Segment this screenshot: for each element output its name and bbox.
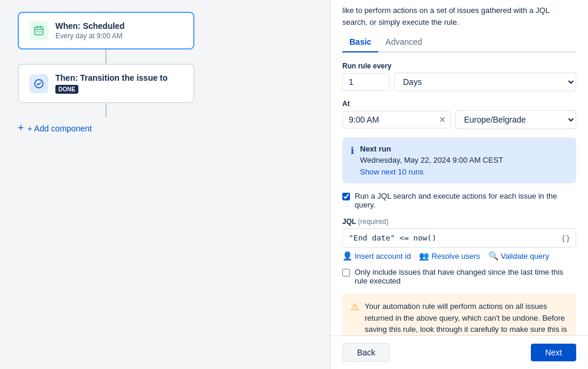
node1-subtitle: Every day at 9:00 AM xyxy=(55,32,124,40)
insert-account-id-link[interactable]: 👤 Insert account id xyxy=(342,251,411,261)
warning-text: Your automation rule will perform action… xyxy=(365,301,568,335)
run-rule-every-row: Run rule every Days Hours Minutes xyxy=(342,62,576,91)
next-run-date: Wednesday, May 22, 2024 9:00 AM CEST xyxy=(360,156,503,164)
validate-query-link[interactable]: 🔍 Validate query xyxy=(488,251,549,261)
jql-required-text: (required) xyxy=(358,218,388,226)
only-changed-label: Only include issues that have changed si… xyxy=(355,268,576,285)
footer: Back Next xyxy=(331,335,588,369)
svg-point-2 xyxy=(38,31,39,32)
next-run-box: ℹ Next run Wednesday, May 22, 2024 9:00 … xyxy=(342,137,576,183)
time-input[interactable] xyxy=(342,111,451,129)
top-description: like to perform actions on a set of issu… xyxy=(331,0,588,28)
svg-point-1 xyxy=(37,31,38,32)
insert-account-id-label: Insert account id xyxy=(355,252,411,261)
svg-point-3 xyxy=(40,31,41,32)
persons-icon: 👥 xyxy=(419,251,429,261)
node2-text: Then: Transition the issue to DONE xyxy=(55,73,168,94)
tab-basic[interactable]: Basic xyxy=(342,32,378,52)
right-panel: like to perform actions on a set of issu… xyxy=(330,0,588,369)
add-component-label: + Add component xyxy=(28,124,92,133)
info-icon: ℹ xyxy=(351,145,354,176)
run-rule-every-label: Run rule every xyxy=(342,62,576,70)
scheduled-node[interactable]: When: Scheduled Every day at 9:00 AM xyxy=(18,12,194,50)
left-panel: When: Scheduled Every day at 9:00 AM The… xyxy=(0,0,330,369)
next-run-content: Next run Wednesday, May 22, 2024 9:00 AM… xyxy=(360,144,503,176)
warning-box: ⚠ Your automation rule will perform acti… xyxy=(342,294,576,335)
form-area: Run rule every Days Hours Minutes At ✕ E… xyxy=(331,52,588,335)
validate-query-label: Validate query xyxy=(501,252,549,261)
jql-input[interactable] xyxy=(342,228,576,248)
run-jql-checkbox[interactable] xyxy=(342,193,350,200)
transition-icon xyxy=(29,74,48,93)
only-changed-row: Only include issues that have changed si… xyxy=(342,268,576,285)
run-rule-every-inputs: Days Hours Minutes xyxy=(342,73,576,91)
person-icon: 👤 xyxy=(342,251,352,261)
timezone-select[interactable]: Europe/Belgrade UTC America/New_York xyxy=(455,110,577,129)
at-inputs: ✕ Europe/Belgrade UTC America/New_York xyxy=(342,110,576,129)
run-jql-row: Run a JQL search and execute actions for… xyxy=(342,192,576,209)
back-button[interactable]: Back xyxy=(342,343,390,362)
jql-input-wrap: {} xyxy=(342,228,576,248)
at-label: At xyxy=(342,100,576,108)
add-component-button[interactable]: + + Add component xyxy=(18,117,92,139)
tab-advanced[interactable]: Advanced xyxy=(378,32,429,52)
done-badge: DONE xyxy=(55,85,78,94)
next-button[interactable]: Next xyxy=(531,344,576,361)
search-icon: 🔍 xyxy=(488,251,498,261)
transition-node[interactable]: Then: Transition the issue to DONE xyxy=(18,64,194,103)
run-jql-label: Run a JQL search and execute actions for… xyxy=(355,192,576,209)
resolve-users-link[interactable]: 👥 Resolve users xyxy=(419,251,480,261)
calendar-icon xyxy=(29,21,48,40)
at-row: At ✕ Europe/Belgrade UTC America/New_Yor… xyxy=(342,100,576,129)
time-clear-button[interactable]: ✕ xyxy=(439,115,446,124)
jql-braces-icon: {} xyxy=(561,233,570,242)
jql-label-row: JQL (required) xyxy=(342,218,576,226)
tab-bar: Basic Advanced xyxy=(342,32,576,52)
only-changed-checkbox[interactable] xyxy=(342,269,350,276)
time-input-wrap: ✕ xyxy=(342,111,451,129)
run-rule-every-input[interactable] xyxy=(342,73,389,91)
jql-label-text: JQL xyxy=(342,218,356,226)
jql-actions-row: 👤 Insert account id 👥 Resolve users 🔍 Va… xyxy=(342,251,576,261)
svg-rect-0 xyxy=(35,27,43,35)
resolve-users-label: Resolve users xyxy=(431,252,480,261)
node2-title: Then: Transition the issue to xyxy=(55,73,168,83)
warning-icon: ⚠ xyxy=(351,301,359,335)
show-next-runs-link[interactable]: Show next 10 runs xyxy=(360,167,424,176)
plus-icon: + xyxy=(18,122,24,134)
node1-title: When: Scheduled xyxy=(55,21,124,31)
connector1 xyxy=(105,50,107,64)
run-rule-unit-select[interactable]: Days Hours Minutes xyxy=(394,73,576,91)
connector2 xyxy=(105,103,107,117)
node1-text: When: Scheduled Every day at 9:00 AM xyxy=(55,21,124,40)
next-run-title: Next run xyxy=(360,144,503,153)
